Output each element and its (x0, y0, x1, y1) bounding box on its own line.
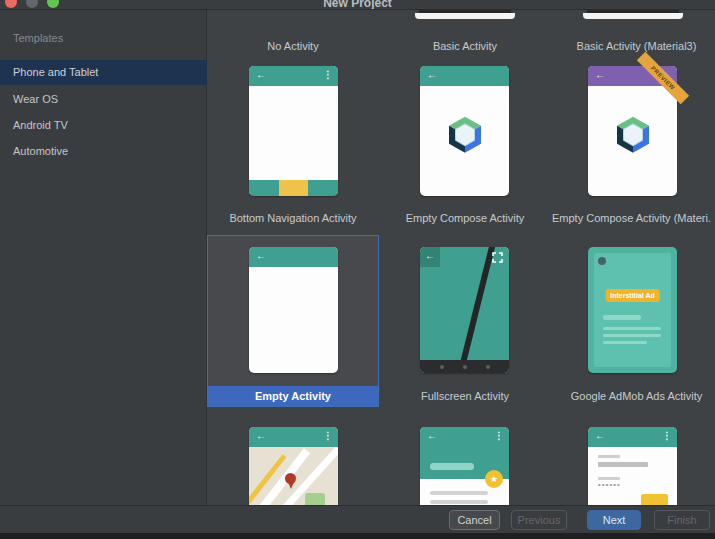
preview-appbar: ← (249, 247, 338, 267)
sidebar-item-automotive[interactable]: Automotive (0, 139, 207, 164)
back-arrow-icon: ← (256, 250, 266, 261)
preview-nav-bar (420, 360, 509, 373)
fab-star-icon: ★ (485, 470, 503, 488)
template-card-google-maps-activity[interactable]: ← ⋮ (249, 427, 338, 505)
sidebar-item-phone-and-tablet[interactable]: Phone and Tablet (0, 60, 207, 85)
back-arrow-icon: ← (256, 430, 266, 441)
map-pin-icon (285, 473, 296, 484)
preview-fullscreen: ← (420, 247, 509, 373)
sidebar-header: Templates (13, 32, 63, 44)
preview-map (249, 447, 338, 505)
kebab-menu-icon: ⋮ (323, 69, 333, 80)
back-square: ← (420, 247, 440, 267)
kebab-menu-icon: ⋮ (494, 430, 504, 441)
templates-sidebar: Templates Phone and Tablet Wear OS Andro… (0, 10, 207, 505)
basic-activity-material3-card-edge[interactable] (583, 10, 683, 19)
template-card-empty-compose-activity-material3[interactable]: ← PREVIEW (588, 66, 677, 196)
map-park-area (305, 493, 325, 505)
finish-button[interactable]: Finish (654, 510, 710, 530)
fullscreen-expand-icon (492, 252, 503, 263)
window-bottom-strip (0, 533, 715, 539)
login-button-placeholder (641, 494, 668, 505)
template-card-empty-activity[interactable]: ← (249, 247, 338, 373)
status-dot (598, 257, 606, 265)
next-button[interactable]: Next (587, 510, 641, 530)
back-arrow-icon: ← (427, 430, 437, 441)
preview-appbar: ← ⋮ (588, 427, 677, 447)
basic-activity-card-edge[interactable] (415, 10, 515, 19)
title-bar: New Project (0, 0, 715, 10)
template-card-google-admob-ads-activity[interactable]: Interstitial Ad (588, 247, 677, 373)
template-label-no-activity[interactable]: No Activity (207, 40, 379, 54)
template-card-empty-compose-activity[interactable]: ← (420, 66, 509, 196)
template-card-fullscreen-activity[interactable]: ← (420, 247, 509, 373)
title-placeholder (430, 463, 474, 470)
template-card-scrolling-activity[interactable]: ← ⋮ ★ (420, 427, 509, 505)
kebab-menu-icon: ⋮ (323, 430, 333, 441)
preview-appbar: ← ⋮ (249, 66, 338, 86)
jetpack-compose-logo-icon (441, 111, 489, 159)
sidebar-item-wear-os[interactable]: Wear OS (0, 87, 207, 112)
preview-bottom-nav (249, 180, 338, 196)
back-arrow-icon: ← (595, 69, 605, 80)
window-title: New Project (0, 0, 715, 10)
template-label-basic-activity[interactable]: Basic Activity (379, 40, 551, 54)
cancel-button[interactable]: Cancel (449, 510, 500, 530)
sidebar-item-android-tv[interactable]: Android TV (0, 113, 207, 138)
template-label-empty-activity[interactable]: Empty Activity (208, 386, 378, 406)
password-dots: •••••• (598, 480, 621, 489)
kebab-menu-icon: ⋮ (662, 430, 672, 441)
back-arrow-icon: ← (425, 250, 435, 261)
back-arrow-icon: ← (256, 69, 266, 80)
template-label-basic-activity-material3[interactable]: Basic Activity (Material3) (551, 40, 715, 54)
template-label-bottom-navigation-activity[interactable]: Bottom Navigation Activity (207, 212, 379, 226)
template-label-google-admob-ads-activity[interactable]: Google AdMob Ads Activity (551, 390, 715, 404)
template-tile-empty-activity-selected[interactable]: ← Empty Activity (207, 235, 379, 407)
dialog-footer: Cancel Previous Next Finish (0, 505, 715, 533)
template-label-empty-compose-activity[interactable]: Empty Compose Activity (379, 212, 551, 226)
template-card-login-activity[interactable]: ← ⋮ •••••• (588, 427, 677, 505)
previous-button[interactable]: Previous (511, 510, 567, 530)
template-label-fullscreen-activity[interactable]: Fullscreen Activity (379, 390, 551, 404)
template-label-empty-compose-activity-material3[interactable]: Empty Compose Activity (Materi. (552, 212, 715, 226)
preview-appbar: ← ⋮ (249, 427, 338, 447)
back-arrow-icon: ← (595, 430, 605, 441)
preview-appbar: ← (420, 66, 509, 86)
preview-admob-panel: Interstitial Ad (594, 253, 671, 367)
back-arrow-icon: ← (427, 69, 437, 80)
template-card-bottom-navigation-activity[interactable]: ← ⋮ (249, 66, 338, 196)
jetpack-compose-logo-icon (609, 111, 657, 159)
interstitial-ad-badge: Interstitial Ad (605, 289, 659, 302)
template-grid: No Activity Basic Activity Basic Activit… (207, 10, 715, 505)
diagonal-stripe (453, 247, 498, 373)
